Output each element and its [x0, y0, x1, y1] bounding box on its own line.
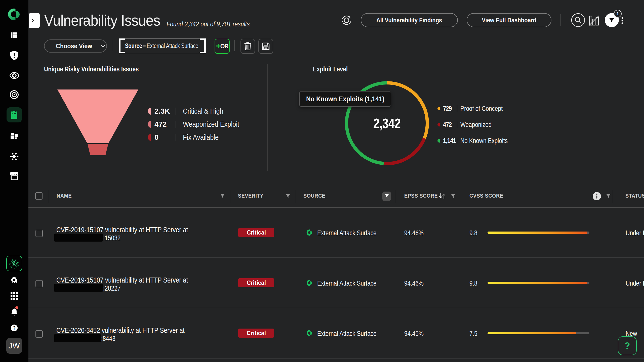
svg-text:?: ? [13, 326, 16, 331]
